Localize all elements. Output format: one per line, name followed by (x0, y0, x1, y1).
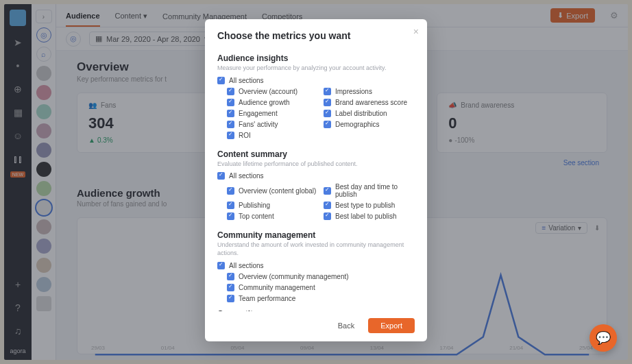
checkbox-item[interactable]: Overview (account) (227, 88, 318, 95)
checkbox-all-content[interactable]: All sections (217, 172, 415, 180)
check-icon (227, 213, 234, 220)
section-audience-title: Audience insights (217, 53, 415, 63)
check-icon (227, 88, 234, 95)
checkbox-item[interactable]: Publishing (227, 202, 318, 209)
check-icon (324, 213, 331, 220)
section-community-title: Community management (217, 230, 415, 240)
check-icon (227, 187, 234, 195)
check-icon (324, 187, 331, 195)
checkbox-all-audience[interactable]: All sections (217, 77, 415, 84)
checkbox-item[interactable]: Community management (227, 284, 415, 291)
checkbox-item[interactable]: ROI (227, 132, 318, 139)
modal-title: Choose the metrics you want (217, 30, 415, 41)
checkbox-item[interactable]: Overview (community management) (227, 273, 415, 280)
check-icon (217, 77, 225, 84)
check-icon (217, 262, 225, 269)
metrics-modal: × Choose the metrics you want Audience i… (205, 19, 427, 341)
checkbox-item[interactable]: Overview (content global) (227, 183, 318, 198)
section-content-title: Content summary (217, 149, 415, 159)
checkbox-item[interactable]: Best label to publish (324, 213, 415, 220)
checkbox-item[interactable]: Brand awareness score (324, 99, 415, 106)
checkbox-item[interactable]: Best day and time to publish (324, 183, 415, 198)
section-competitors-title: Competitors (217, 309, 415, 311)
check-icon (324, 202, 331, 209)
check-icon (227, 202, 234, 209)
modal-overlay: × Choose the metrics you want Audience i… (0, 0, 632, 364)
checkbox-item[interactable]: Best type to publish (324, 202, 415, 209)
back-button[interactable]: Back (331, 318, 361, 333)
checkbox-item[interactable]: Label distribution (324, 110, 415, 117)
check-icon (324, 99, 331, 106)
checkbox-item[interactable]: Fans' activity (227, 121, 318, 128)
check-icon (227, 273, 234, 280)
check-icon (324, 110, 331, 117)
checkbox-item[interactable]: Demographics (324, 121, 415, 128)
check-icon (227, 99, 234, 106)
section-audience-desc: Measure your performance by analyzing yo… (217, 64, 415, 73)
check-icon (217, 172, 225, 180)
check-icon (227, 284, 234, 291)
check-icon (324, 88, 331, 95)
checkbox-item[interactable]: Top content (227, 213, 318, 220)
section-community-desc: Understand the amount of work invested i… (217, 241, 415, 257)
checkbox-item[interactable]: Audience growth (227, 99, 318, 106)
chat-bubble-icon[interactable]: 💬 (590, 324, 617, 352)
checkbox-item[interactable]: Impressions (324, 88, 415, 95)
check-icon (227, 110, 234, 117)
section-content-desc: Evaluate lifetime performance of publish… (217, 160, 415, 169)
close-icon[interactable]: × (413, 26, 419, 37)
checkbox-item[interactable]: Engagement (227, 110, 318, 117)
checkbox-item[interactable]: Team performance (227, 295, 415, 302)
check-icon (227, 121, 234, 128)
all-sections-label: All sections (229, 77, 264, 84)
check-icon (227, 295, 234, 302)
modal-export-button[interactable]: Export (368, 318, 415, 333)
checkbox-all-community[interactable]: All sections (217, 262, 415, 269)
check-icon (324, 121, 331, 128)
check-icon (227, 132, 234, 139)
